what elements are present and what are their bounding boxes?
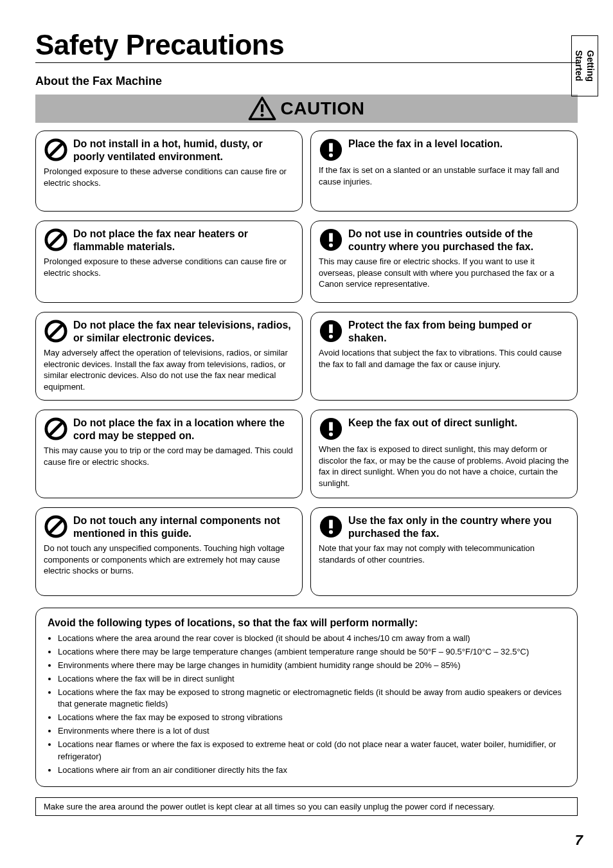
list-item: Locations where air from an air conditio… [58,764,565,777]
card-body: Avoid locations that subject the fax to … [319,347,569,370]
card-title: Do not place the fax in a location where… [73,417,294,442]
list-item: Environments where there may be large ch… [58,660,565,672]
list-item: Locations where the area around the rear… [58,633,565,645]
svg-line-19 [49,422,63,436]
cards-grid: Do not install in a hot, humid, dusty, o… [35,131,578,605]
caution-bar: CAUTION [35,95,578,123]
svg-point-7 [329,154,333,158]
list-item: Locations near flames or where the fax i… [58,739,565,763]
card-title: Do not touch any internal components not… [73,514,294,540]
mandatory-icon [319,228,343,252]
footer-note: Make sure the area around the power outl… [35,797,578,816]
title-rule [35,62,578,63]
svg-rect-1 [261,104,263,112]
list-item: Locations where there may be large tempe… [58,646,565,658]
svg-point-27 [329,530,333,534]
caution-card: Place the fax in a level location. If th… [310,131,578,212]
card-body: Prolonged exposure to these adverse cond… [44,166,294,188]
caution-card: Do not install in a hot, humid, dusty, o… [35,131,303,212]
caution-card: Keep the fax out of direct sunlight. Whe… [310,410,578,498]
mandatory-icon [319,417,343,441]
svg-line-9 [49,233,63,247]
wide-card-heading: Avoid the following types of locations, … [48,617,565,629]
caution-card: Protect the fax from being bumped or sha… [310,312,578,401]
svg-point-17 [329,335,333,339]
svg-line-14 [49,325,63,338]
card-body: Prolonged exposure to these adverse cond… [44,256,294,278]
page-number: 7 [575,832,583,849]
location-guidance-card: Avoid the following types of locations, … [35,608,578,787]
caution-card: Do not place the fax near heaters or fla… [35,221,303,303]
warning-triangle-icon [248,96,276,121]
list-item: Locations where the fax will be in direc… [58,673,565,685]
card-title: Do not use in countries outside of the c… [348,228,569,253]
card-title: Protect the fax from being bumped or sha… [348,319,569,345]
section-subhead: About the Fax Machine [35,75,578,88]
svg-rect-21 [329,422,333,431]
card-title: Do not install in a hot, humid, dusty, o… [73,138,294,163]
svg-point-22 [329,433,333,437]
page-title: Safety Precautions [35,29,578,61]
caution-label: CAUTION [280,98,364,119]
mandatory-icon [319,514,343,539]
card-title: Do not place the fax near televisions, r… [73,319,294,345]
prohibit-icon [44,417,68,441]
caution-card: Do not touch any internal components not… [35,507,303,596]
card-body: Do not touch any unspecified components.… [44,543,294,577]
card-body: This may cause fire or electric shocks. … [319,256,569,290]
card-body: This may cause you to trip or the cord m… [44,445,294,467]
prohibit-icon [44,138,68,162]
svg-rect-6 [329,143,333,152]
caution-card: Do not use in countries outside of the c… [310,221,578,303]
prohibit-icon [44,319,68,343]
card-body: Note that your fax may not comply with t… [319,543,569,565]
card-body: If the fax is set on a slanted or an uns… [319,165,569,187]
list-item: Environments where there is a lot of dus… [58,725,565,737]
wide-card-body: Locations where the area around the rear… [48,633,565,776]
svg-rect-11 [329,233,333,242]
svg-line-24 [49,520,63,534]
caution-card: Do not place the fax near televisions, r… [35,312,303,401]
svg-rect-16 [329,325,333,333]
prohibit-icon [44,228,68,252]
list-item: Locations where the fax may be exposed t… [58,712,565,724]
card-title: Keep the fax out of direct sunlight. [348,417,517,429]
prohibit-icon [44,514,68,539]
svg-point-12 [329,244,333,248]
card-body: When the fax is exposed to direct sunlig… [319,444,569,489]
svg-rect-26 [329,520,333,529]
svg-point-2 [261,114,264,117]
caution-card: Use the fax only in the country where yo… [310,507,578,596]
caution-card: Do not place the fax in a location where… [35,410,303,498]
card-title: Place the fax in a level location. [348,138,502,150]
mandatory-icon [319,138,343,162]
mandatory-icon [319,319,343,343]
list-item: Locations where the fax may be exposed t… [58,687,565,711]
card-title: Use the fax only in the country where yo… [348,514,569,540]
side-tab: Getting Started [571,35,598,96]
svg-line-4 [49,143,63,157]
card-body: May adversely affect the operation of te… [44,347,294,392]
card-title: Do not place the fax near heaters or fla… [73,228,294,253]
